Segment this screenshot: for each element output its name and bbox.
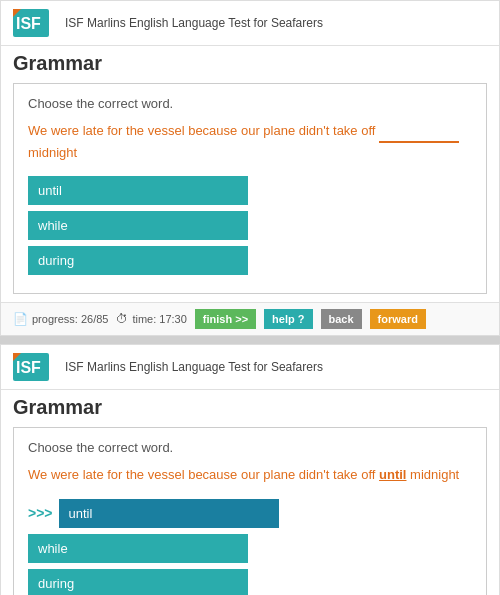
progress-label-1: progress: 26/85 xyxy=(32,313,108,325)
header-2: ISF ISF Marlins English Language Test fo… xyxy=(1,345,499,390)
option-2-until[interactable]: until xyxy=(59,499,279,528)
panel-divider xyxy=(0,336,500,344)
section-title-2: Grammar xyxy=(1,390,499,427)
logo-2: ISF xyxy=(13,353,55,381)
time-label-1: time: 17:30 xyxy=(132,313,186,325)
section-title-1: Grammar xyxy=(1,46,499,83)
isf-logo-icon: ISF xyxy=(13,9,49,37)
forward-btn-1[interactable]: forward xyxy=(370,309,426,329)
option-1-until[interactable]: until xyxy=(28,176,248,205)
q-after: midnight xyxy=(406,467,459,482)
option-1-while[interactable]: while xyxy=(28,211,248,240)
q-before: We were late for the vessel because our … xyxy=(28,467,379,482)
option-1-during[interactable]: during xyxy=(28,246,248,275)
blank-1 xyxy=(379,121,459,143)
panel-1: ISF ISF Marlins English Language Test fo… xyxy=(0,0,500,336)
logo-1: ISF xyxy=(13,9,55,37)
progress-item-1: 📄 progress: 26/85 xyxy=(13,312,108,326)
finish-btn-1[interactable]: finish >> xyxy=(195,309,256,329)
answer-row-until: >>> until xyxy=(28,499,472,528)
arrows-icon: >>> xyxy=(28,505,53,521)
help-btn-1[interactable]: help ? xyxy=(264,309,312,329)
svg-text:ISF: ISF xyxy=(16,359,41,376)
panel-2: ISF ISF Marlins English Language Test fo… xyxy=(0,344,500,595)
time-item-1: ⏱ time: 17:30 xyxy=(116,312,186,326)
option-2-while[interactable]: while xyxy=(28,534,248,563)
instruction-1: Choose the correct word. xyxy=(28,96,472,111)
question-box-2: Choose the correct word. We were late fo… xyxy=(13,427,487,595)
question-box-1: Choose the correct word. We were late fo… xyxy=(13,83,487,294)
back-btn-1[interactable]: back xyxy=(321,309,362,329)
selected-answer-word: until xyxy=(379,467,406,482)
clock-icon-1: ⏱ xyxy=(116,312,128,326)
header-1: ISF ISF Marlins English Language Test fo… xyxy=(1,1,499,46)
instruction-2: Choose the correct word. xyxy=(28,440,472,455)
svg-text:ISF: ISF xyxy=(16,15,41,32)
header-title-1: ISF Marlins English Language Test for Se… xyxy=(65,16,323,30)
doc-icon-1: 📄 xyxy=(13,312,28,326)
option-2-during[interactable]: during xyxy=(28,569,248,596)
question-text-2: We were late for the vessel because our … xyxy=(28,465,472,485)
footer-1: 📄 progress: 26/85 ⏱ time: 17:30 finish >… xyxy=(1,302,499,335)
header-title-2: ISF Marlins English Language Test for Se… xyxy=(65,360,323,374)
isf-logo-icon-2: ISF xyxy=(13,353,49,381)
question-text-1: We were late for the vessel because our … xyxy=(28,121,472,162)
